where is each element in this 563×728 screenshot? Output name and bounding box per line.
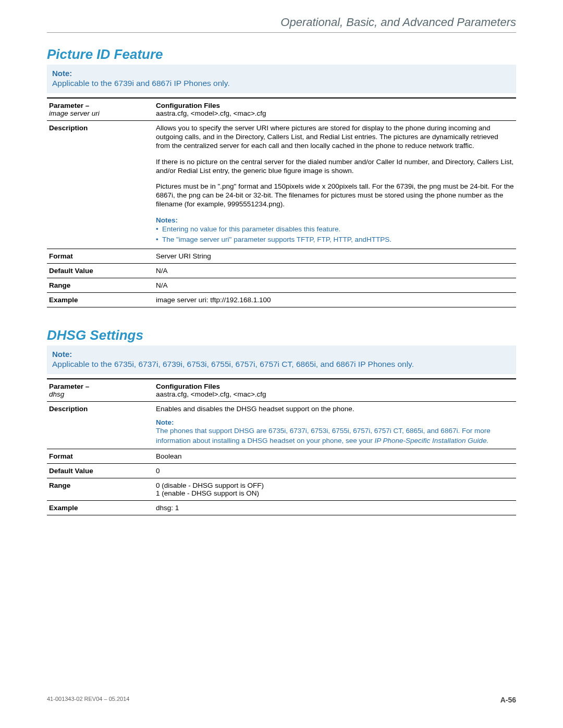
note-text: Applicable to the 6739i and 6867i IP Pho… — [52, 79, 511, 88]
config-files-value: aastra.cfg, <model>.cfg, <mac>.cfg — [156, 109, 266, 117]
note-bullet: Entering no value for this parameter dis… — [156, 224, 514, 235]
running-header: Operational, Basic, and Advanced Paramet… — [47, 16, 516, 29]
cell-description-label: Description — [47, 121, 154, 249]
parameter-table-image-server-uri: Parameter – image server uri Configurati… — [47, 97, 516, 307]
parameter-label: Parameter – — [49, 102, 89, 109]
page-content: Operational, Basic, and Advanced Paramet… — [0, 0, 563, 515]
note-bullet: The "image server uri" parameter support… — [156, 235, 514, 245]
cell-config-files: Configuration Files aastra.cfg, <model>.… — [154, 98, 516, 121]
description-paragraph: Pictures must be in ".png" format and 15… — [156, 182, 514, 209]
range-line: 0 (disable - DHSG support is OFF) — [156, 482, 514, 489]
cell-format-label: Format — [47, 449, 154, 463]
page-footer: 41-001343-02 REV04 – 05.2014 A-56 — [47, 696, 516, 704]
note-label: Note: — [52, 69, 511, 78]
note-box: Note: Applicable to the 6739i and 6867i … — [47, 65, 516, 93]
notes-label: Notes: — [156, 216, 514, 224]
page-number: A-56 — [500, 696, 516, 704]
range-line: 1 (enable - DHSG support is ON) — [156, 489, 514, 497]
parameter-name: image server uri — [49, 109, 100, 117]
cell-default-label: Default Value — [47, 263, 154, 278]
cell-default-label: Default Value — [47, 463, 154, 478]
cell-config-files: Configuration Files aastra.cfg, <model>.… — [154, 379, 516, 402]
cell-format-value: Boolean — [154, 449, 516, 463]
cell-example-label: Example — [47, 500, 154, 515]
config-files-label: Configuration Files — [156, 382, 220, 390]
note-box: Note: Applicable to the 6735i, 6737i, 67… — [47, 346, 516, 374]
parameter-name: dhsg — [49, 390, 64, 398]
description-paragraph: Enables and disables the DHSG headset su… — [156, 405, 514, 414]
cell-example-value: dhsg: 1 — [154, 500, 516, 515]
cell-description-label: Description — [47, 401, 154, 449]
cell-description-value: Allows you to specify the server URI whe… — [154, 121, 516, 249]
parameter-label: Parameter – — [49, 382, 89, 390]
header-rule — [47, 32, 516, 33]
cell-default-value: 0 — [154, 463, 516, 478]
config-files-label: Configuration Files — [156, 102, 220, 109]
description-paragraph: Allows you to specify the server URI whe… — [156, 124, 514, 151]
cell-range-label: Range — [47, 278, 154, 292]
note-text: Applicable to the 6735i, 6737i, 6739i, 6… — [52, 360, 511, 369]
section-title-picture-id: Picture ID Feature — [47, 46, 516, 63]
cell-format-value: Server URI String — [154, 249, 516, 263]
note-label: Note: — [52, 350, 511, 359]
cell-parameter: Parameter – image server uri — [47, 98, 154, 121]
cell-example-value: image server uri: tftp://192.168.1.100 — [154, 292, 516, 307]
cell-parameter: Parameter – dhsg — [47, 379, 154, 402]
description-paragraph: If there is no picture on the central se… — [156, 158, 514, 176]
cell-range-value: 0 (disable - DHSG support is OFF) 1 (ena… — [154, 478, 516, 500]
cell-format-label: Format — [47, 249, 154, 263]
note-text-italic: IP Phone-Specific Installation Guide. — [375, 437, 489, 445]
config-files-value: aastra.cfg, <model>.cfg, <mac>.cfg — [156, 390, 266, 398]
parameter-table-dhsg: Parameter – dhsg Configuration Files aas… — [47, 378, 516, 515]
cell-default-value: N/A — [154, 263, 516, 278]
cell-range-label: Range — [47, 478, 154, 500]
cell-example-label: Example — [47, 292, 154, 307]
cell-range-value: N/A — [154, 278, 516, 292]
doc-id: 41-001343-02 REV04 – 05.2014 — [47, 696, 129, 704]
note-text: The phones that support DHSG are 6735i, … — [156, 426, 514, 445]
note-label: Note: — [156, 418, 514, 426]
cell-description-value: Enables and disables the DHSG headset su… — [154, 401, 516, 449]
section-title-dhsg: DHSG Settings — [47, 327, 516, 343]
